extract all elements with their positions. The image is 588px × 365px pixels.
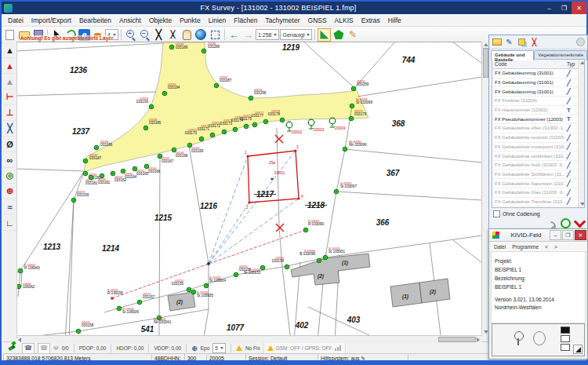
menu-alkis[interactable]: ALKIS — [331, 16, 358, 24]
code-row[interactable]: FX Gebäudelinie Naturstein (310...╱ — [492, 179, 584, 188]
map-canvas[interactable]: (2)(1)(2)(1)(2)132425a200012000220003200… — [16, 42, 481, 336]
maximize-button[interactable]: ❐ — [557, 2, 572, 14]
kivid-minimize-button[interactable]: – — [550, 230, 561, 240]
column-code[interactable]: Code — [492, 61, 564, 67]
close-button[interactable]: ✕ — [572, 2, 586, 14]
menu-linien[interactable]: Linien — [205, 16, 230, 24]
menu-fl-chen[interactable]: Flächen — [230, 16, 261, 24]
code-row[interactable]: FX Gebäudelinie offen (31003 -1...╱ — [492, 124, 584, 133]
gnss-disabled-icon[interactable] — [546, 220, 556, 228]
scroll-right-icon[interactable] — [477, 338, 480, 342]
delete-icon[interactable]: ╳ — [529, 38, 539, 47]
phone-connect-icon[interactable]: ☎ — [22, 343, 34, 354]
kivid-menu-item[interactable]: > — [554, 244, 557, 250]
station-red-icon[interactable]: ▲ — [3, 58, 16, 74]
code-row[interactable]: FX Gebäudeumring (31001)╱ — [492, 69, 584, 78]
code-row[interactable]: FX Gebäudeumring (31001)╱ — [492, 87, 584, 97]
new-file-button[interactable] — [3, 28, 16, 42]
station-icon[interactable]: ▲ — [3, 42, 16, 58]
satellite-icon[interactable] — [8, 344, 19, 353]
code-row[interactable]: FX Gebäudelinie Holz (31003 -3...╱ — [492, 161, 584, 170]
code-row[interactable]: FX Gebäudelinie Glas (31003 -3...╱ — [492, 188, 584, 198]
list-scroll-down-icon[interactable] — [580, 203, 585, 206]
tab-buildings[interactable]: Gebäude und Bauteile — [491, 50, 534, 60]
parcel-boundary — [16, 169, 84, 171]
code-row[interactable]: FX Gebäudelinie verputzt (31003...╱ — [492, 133, 584, 143]
open-icon[interactable] — [492, 38, 502, 47]
kivid-menu-item[interactable]: < — [545, 244, 548, 250]
traverse-icon[interactable]: ⊢ — [3, 89, 16, 105]
kivid-maximize-button[interactable]: ❐ — [562, 230, 574, 240]
code-row[interactable]: FX Gebäudelinie Sichtbeton (31...╱ — [492, 170, 584, 180]
point-code-tag: B 033096 — [304, 250, 315, 253]
code-row[interactable]: FX Gebäudeumring (31001)╱ — [492, 78, 584, 88]
view-forward-button[interactable]: → — [241, 28, 255, 42]
scale-select[interactable]: 1:258 — [256, 29, 280, 40]
kivid-close-button[interactable]: ✕ — [575, 230, 586, 240]
cad-mode-button[interactable] — [318, 28, 331, 42]
scroll-left-icon[interactable] — [18, 338, 21, 342]
view-back-button[interactable]: ← — [227, 28, 241, 42]
menu-extras[interactable]: Extras — [358, 16, 384, 24]
point-code-tag: 033154 — [275, 257, 284, 260]
phone-disconnect-icon[interactable]: ☎ — [38, 343, 50, 354]
no-coding-checkbox[interactable] — [493, 210, 500, 217]
code-row[interactable]: FX Firstlinie (31004)╱ — [492, 97, 584, 106]
draw-tool-button[interactable]: ✎ — [346, 28, 359, 42]
code-row[interactable]: FX Gebäudelinie verklinkert (310...╱ — [492, 151, 584, 161]
expand-down-icon[interactable] — [574, 216, 586, 228]
map-horizontal-scrollbar[interactable] — [16, 335, 481, 343]
zoom-extents-button[interactable]: ╳ — [152, 28, 165, 42]
horizontal-scroll-thumb[interactable] — [438, 337, 476, 342]
epo-select[interactable]: 5 — [212, 343, 226, 353]
menu-import-export[interactable]: Import/Export — [27, 16, 75, 24]
point-code-tag: 033172 — [212, 122, 220, 125]
spline-icon[interactable]: ≈ — [3, 199, 16, 215]
zoom-out-button[interactable]: − — [138, 28, 151, 42]
position-icon[interactable]: ⊕ — [191, 345, 198, 352]
panel-options-icon[interactable] — [576, 38, 585, 46]
parcel-number: 402 — [295, 321, 309, 330]
menu-tachymeter[interactable]: Tachymeter — [262, 16, 304, 24]
point-code-tag: 033168 — [176, 151, 184, 155]
menu-ansicht[interactable]: Ansicht — [115, 16, 145, 24]
zoom-window-button[interactable] — [209, 28, 222, 42]
perpendicular-icon[interactable]: ⊥ — [3, 105, 16, 121]
menu-datei[interactable]: Datei — [4, 16, 27, 24]
list-scroll-up-icon[interactable] — [580, 61, 585, 64]
accuracy-select[interactable]: Genauigl — [280, 29, 312, 40]
point-code-tag: 033286 — [208, 42, 216, 46]
pan-tool-button[interactable] — [180, 28, 194, 42]
double-circle-icon[interactable]: ∞ — [3, 152, 16, 168]
overview-button[interactable] — [194, 28, 208, 42]
code-row[interactable]: FX Gebäudelinie sonstiges (310...╱ — [492, 206, 584, 208]
code-row[interactable]: FX Pseudohausnummer (12003)T — [492, 115, 584, 124]
menu-objekte[interactable]: Objekte — [145, 16, 176, 24]
code-row[interactable]: FX Gebäudelinie Trennlinie (310...╱ — [492, 198, 584, 207]
circle-cross-icon[interactable]: ⊕ — [3, 184, 16, 199]
edit-icon[interactable]: ✎ — [504, 38, 514, 47]
zoom-previous-button[interactable]: ╳ — [166, 28, 180, 42]
menu-punkte[interactable]: Punkte — [176, 16, 204, 24]
record-point-icon[interactable] — [561, 218, 571, 228]
minimize-button[interactable]: – — [542, 2, 557, 14]
axes-icon[interactable]: ∟ — [3, 215, 16, 231]
list-scrollbar[interactable] — [578, 60, 584, 207]
target-icon[interactable]: ◎ — [3, 168, 16, 184]
kivid-menu-item[interactable]: Datei — [494, 244, 506, 250]
resize-corner-icon[interactable] — [573, 345, 583, 354]
code-row[interactable]: FX Gebäudelinie unverputzt (310...╱ — [492, 143, 584, 152]
station-inactive-icon[interactable]: ▲ — [3, 74, 16, 89]
satellite-count: 0/0 — [62, 345, 69, 351]
area-tool-button[interactable] — [332, 28, 345, 42]
menu-gnss[interactable]: GNSS — [304, 16, 331, 24]
menu-hilfe[interactable]: Hilfe — [384, 16, 405, 24]
kivid-menu-item[interactable]: Programme — [512, 244, 539, 250]
menu-bearbe-iten[interactable]: Bearbe‍iten — [75, 16, 115, 24]
intersection-icon[interactable]: ╳ — [3, 121, 16, 137]
zoom-in-button[interactable]: + — [124, 28, 137, 42]
vertical-scroll-thumb[interactable] — [483, 48, 488, 78]
diameter-icon[interactable]: Ø — [3, 137, 16, 152]
layers-icon[interactable] — [517, 38, 527, 47]
code-row[interactable]: FX Hausnummer (12002)T — [492, 106, 584, 115]
